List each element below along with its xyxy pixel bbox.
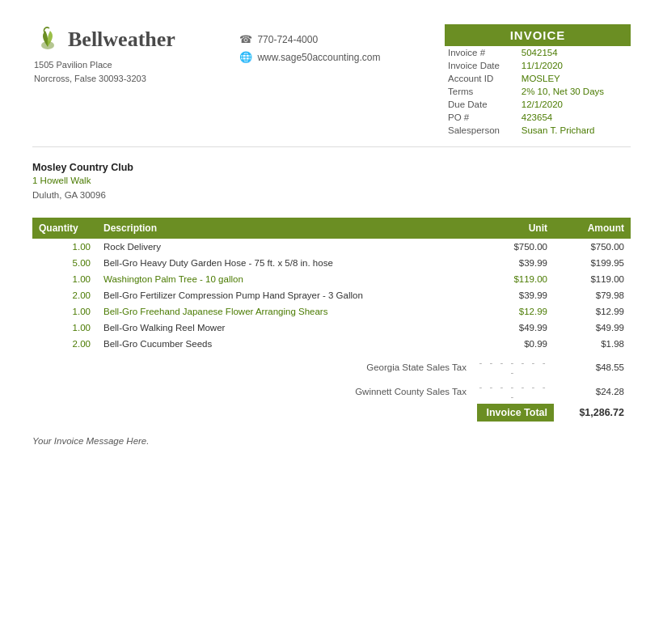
invoice-field-value: Susan T. Prichard — [518, 124, 631, 137]
invoice-field-row: Due Date12/1/2020 — [445, 98, 631, 111]
table-row: 1.00 Bell-Gro Freehand Japanese Flower A… — [32, 303, 631, 320]
invoice-field-value: 11/1/2020 — [518, 59, 631, 72]
row-amount: $119.00 — [554, 271, 631, 287]
row-unit: $119.00 — [477, 271, 554, 287]
items-table: Quantity Description Unit Amount 1.00 Ro… — [32, 218, 631, 352]
tax-amount: $48.55 — [554, 355, 631, 379]
total-row: Invoice Total $1,286.72 — [32, 404, 631, 422]
invoice-box: INVOICE Invoice #5042154Invoice Date11/1… — [445, 24, 631, 137]
bill-to-section: Mosley Country Club 1 Howell Walk Duluth… — [32, 162, 631, 203]
header-divider — [32, 146, 631, 147]
row-unit: $12.99 — [477, 303, 554, 320]
invoice-field-label: PO # — [445, 111, 518, 124]
website-row: 🌐 www.sage50accounting.com — [239, 49, 380, 66]
tax-label: Georgia State Sales Tax — [97, 355, 473, 379]
invoice-field-label: Account ID — [445, 72, 518, 85]
row-unit: $39.99 — [477, 255, 554, 271]
tax-row: Georgia State Sales Tax - - - - - - - - … — [32, 355, 631, 379]
address-line2: Norcross, False 30093-3203 — [34, 72, 146, 86]
invoice-details-table: Invoice #5042154Invoice Date11/1/2020Acc… — [445, 46, 631, 137]
total-amount: $1,286.72 — [554, 404, 631, 422]
header-description: Description — [97, 218, 477, 239]
header-quantity: Quantity — [32, 218, 97, 239]
invoice-field-value: 12/1/2020 — [518, 98, 631, 111]
total-label: Invoice Total — [477, 404, 554, 422]
header-amount: Amount — [554, 218, 631, 239]
items-table-header: Quantity Description Unit Amount — [32, 218, 631, 239]
invoice-field-value: 5042154 — [518, 46, 631, 59]
address-line1: 1505 Pavilion Place — [34, 58, 146, 72]
table-row: 1.00 Washington Palm Tree - 10 gallon $1… — [32, 271, 631, 287]
row-unit: $49.99 — [477, 320, 554, 336]
desc-link[interactable]: Bell-Gro Freehand Japanese Flower Arrang… — [103, 307, 327, 316]
desc-text: Bell-Gro Cucumber Seeds — [103, 339, 212, 349]
row-amount: $1.98 — [554, 336, 631, 352]
row-desc: Bell-Gro Walking Reel Mower — [97, 320, 477, 336]
row-unit: $750.00 — [477, 239, 554, 255]
invoice-field-row: PO #423654 — [445, 111, 631, 124]
desc-text: Bell-Gro Walking Reel Mower — [103, 323, 225, 333]
table-row: 2.00 Bell-Gro Cucumber Seeds $0.99 $1.98 — [32, 336, 631, 352]
row-qty: 2.00 — [32, 287, 97, 303]
bill-to-address-line2: Duluth, GA 30096 — [32, 188, 631, 202]
row-amount: $750.00 — [554, 239, 631, 255]
contact-area: ☎ 770-724-4000 🌐 www.sage50accounting.co… — [239, 24, 380, 66]
company-address: 1505 Pavilion Place Norcross, False 3009… — [34, 58, 146, 85]
invoice-field-row: Terms2% 10, Net 30 Days — [445, 85, 631, 98]
tax-amount: $24.28 — [554, 379, 631, 404]
tax-spacer — [32, 379, 97, 404]
row-desc: Bell-Gro Cucumber Seeds — [97, 336, 477, 352]
header-section: Bellweather 1505 Pavilion Place Norcross… — [32, 24, 631, 137]
web-icon: 🌐 — [239, 49, 252, 66]
invoice-field-row: SalespersonSusan T. Prichard — [445, 124, 631, 137]
header-unit: Unit — [477, 218, 554, 239]
row-qty: 1.00 — [32, 303, 97, 320]
invoice-field-row: Invoice #5042154 — [445, 46, 631, 59]
row-amount: $79.98 — [554, 287, 631, 303]
desc-text: Bell-Gro Fertilizer Compression Pump Han… — [103, 290, 363, 300]
phone-icon: ☎ — [239, 31, 252, 49]
invoice-field-value: 2% 10, Net 30 Days — [518, 85, 631, 98]
total-desc-spacer — [97, 404, 477, 422]
invoice-field-label: Salesperson — [445, 124, 518, 137]
desc-link[interactable]: Washington Palm Tree - 10 gallon — [103, 274, 243, 284]
row-amount: $49.99 — [554, 320, 631, 336]
row-desc: Bell-Gro Heavy Duty Garden Hose - 75 ft.… — [97, 255, 477, 271]
tax-label: Gwinnett County Sales Tax — [97, 379, 473, 404]
table-row: 1.00 Bell-Gro Walking Reel Mower $49.99 … — [32, 320, 631, 336]
invoice-field-row: Invoice Date11/1/2020 — [445, 59, 631, 72]
invoice-field-value: MOSLEY — [518, 72, 631, 85]
invoice-message: Your Invoice Message Here. — [32, 436, 631, 446]
desc-text: Bell-Gro Heavy Duty Garden Hose - 75 ft.… — [103, 258, 333, 268]
total-row-table: Invoice Total $1,286.72 — [32, 404, 631, 422]
row-unit: $39.99 — [477, 287, 554, 303]
tax-row: Gwinnett County Sales Tax - - - - - - - … — [32, 379, 631, 404]
invoice-field-label: Terms — [445, 85, 518, 98]
invoice-field-label: Invoice Date — [445, 59, 518, 72]
tax-rows-table: Georgia State Sales Tax - - - - - - - - … — [32, 355, 631, 404]
row-amount: $12.99 — [554, 303, 631, 320]
bill-to-address: 1 Howell Walk Duluth, GA 30096 — [32, 173, 631, 203]
invoice-field-row: Account IDMOSLEY — [445, 72, 631, 85]
row-amount: $199.95 — [554, 255, 631, 271]
row-desc: Bell-Gro Freehand Japanese Flower Arrang… — [97, 303, 477, 320]
table-row: 1.00 Rock Delivery $750.00 $750.00 — [32, 239, 631, 255]
row-qty: 1.00 — [32, 239, 97, 255]
invoice-field-label: Due Date — [445, 98, 518, 111]
row-qty: 1.00 — [32, 320, 97, 336]
tax-dashes: - - - - - - - - — [473, 379, 554, 404]
table-row: 5.00 Bell-Gro Heavy Duty Garden Hose - 7… — [32, 255, 631, 271]
row-qty: 1.00 — [32, 271, 97, 287]
website: www.sage50accounting.com — [257, 49, 380, 66]
row-desc: Washington Palm Tree - 10 gallon — [97, 271, 477, 287]
invoice-page: Bellweather 1505 Pavilion Place Norcross… — [0, 0, 663, 644]
desc-text: Rock Delivery — [103, 242, 161, 252]
row-desc: Rock Delivery — [97, 239, 477, 255]
phone-number: 770-724-4000 — [257, 32, 318, 48]
row-unit: $0.99 — [477, 336, 554, 352]
items-table-body: 1.00 Rock Delivery $750.00 $750.00 5.00 … — [32, 239, 631, 352]
invoice-field-label: Invoice # — [445, 46, 518, 59]
row-qty: 5.00 — [32, 255, 97, 271]
total-spacer — [32, 404, 97, 422]
row-desc: Bell-Gro Fertilizer Compression Pump Han… — [97, 287, 477, 303]
